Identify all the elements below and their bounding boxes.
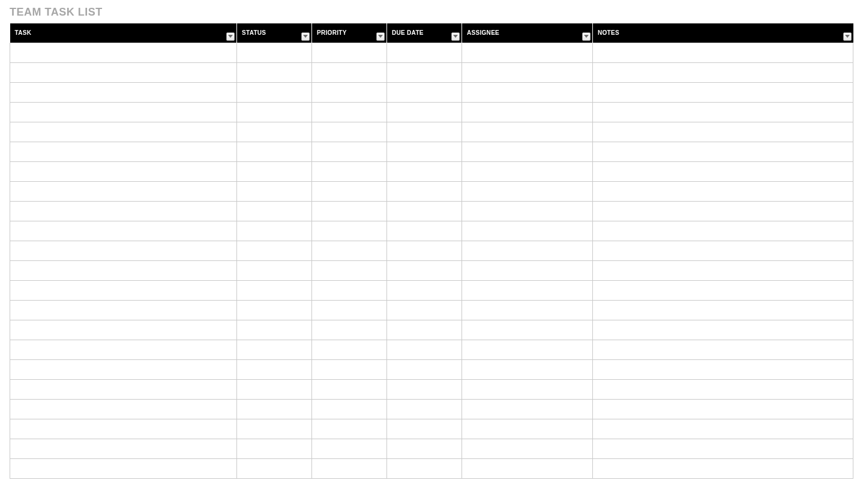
column-header-assignee[interactable]: ASSIGNEE <box>462 23 593 43</box>
cell-due_date[interactable] <box>387 221 462 241</box>
cell-status[interactable] <box>237 161 312 181</box>
cell-status[interactable] <box>237 201 312 221</box>
cell-due_date[interactable] <box>387 260 462 280</box>
cell-task[interactable] <box>10 43 237 62</box>
cell-status[interactable] <box>237 359 312 379</box>
cell-priority[interactable] <box>312 181 387 201</box>
cell-status[interactable] <box>237 82 312 102</box>
cell-status[interactable] <box>237 43 312 62</box>
cell-due_date[interactable] <box>387 340 462 359</box>
cell-notes[interactable] <box>593 419 853 439</box>
filter-dropdown-task[interactable] <box>226 32 235 41</box>
cell-status[interactable] <box>237 260 312 280</box>
cell-due_date[interactable] <box>387 161 462 181</box>
cell-due_date[interactable] <box>387 142 462 161</box>
filter-dropdown-status[interactable] <box>301 32 310 41</box>
cell-task[interactable] <box>10 201 237 221</box>
column-header-priority[interactable]: PRIORITY <box>312 23 387 43</box>
cell-task[interactable] <box>10 82 237 102</box>
cell-status[interactable] <box>237 142 312 161</box>
cell-status[interactable] <box>237 300 312 320</box>
column-header-status[interactable]: STATUS <box>237 23 312 43</box>
cell-status[interactable] <box>237 340 312 359</box>
cell-assignee[interactable] <box>462 280 593 300</box>
filter-dropdown-assignee[interactable] <box>582 32 591 41</box>
cell-status[interactable] <box>237 379 312 399</box>
cell-notes[interactable] <box>593 102 853 122</box>
cell-task[interactable] <box>10 161 237 181</box>
cell-priority[interactable] <box>312 241 387 260</box>
cell-notes[interactable] <box>593 122 853 142</box>
cell-assignee[interactable] <box>462 201 593 221</box>
cell-notes[interactable] <box>593 399 853 419</box>
cell-priority[interactable] <box>312 221 387 241</box>
cell-task[interactable] <box>10 260 237 280</box>
cell-due_date[interactable] <box>387 458 462 478</box>
cell-due_date[interactable] <box>387 439 462 458</box>
cell-task[interactable] <box>10 280 237 300</box>
cell-status[interactable] <box>237 419 312 439</box>
cell-priority[interactable] <box>312 399 387 419</box>
cell-status[interactable] <box>237 122 312 142</box>
cell-priority[interactable] <box>312 458 387 478</box>
cell-due_date[interactable] <box>387 43 462 62</box>
cell-due_date[interactable] <box>387 280 462 300</box>
cell-priority[interactable] <box>312 82 387 102</box>
cell-status[interactable] <box>237 280 312 300</box>
cell-task[interactable] <box>10 340 237 359</box>
cell-notes[interactable] <box>593 201 853 221</box>
cell-priority[interactable] <box>312 379 387 399</box>
cell-priority[interactable] <box>312 439 387 458</box>
cell-notes[interactable] <box>593 320 853 340</box>
cell-priority[interactable] <box>312 419 387 439</box>
cell-assignee[interactable] <box>462 300 593 320</box>
cell-assignee[interactable] <box>462 62 593 82</box>
cell-task[interactable] <box>10 241 237 260</box>
column-header-due-date[interactable]: DUE DATE <box>387 23 462 43</box>
cell-priority[interactable] <box>312 260 387 280</box>
cell-notes[interactable] <box>593 181 853 201</box>
cell-task[interactable] <box>10 458 237 478</box>
filter-dropdown-notes[interactable] <box>843 32 852 41</box>
cell-notes[interactable] <box>593 142 853 161</box>
cell-due_date[interactable] <box>387 102 462 122</box>
cell-status[interactable] <box>237 458 312 478</box>
cell-task[interactable] <box>10 102 237 122</box>
cell-priority[interactable] <box>312 320 387 340</box>
cell-task[interactable] <box>10 62 237 82</box>
cell-assignee[interactable] <box>462 379 593 399</box>
cell-assignee[interactable] <box>462 241 593 260</box>
cell-status[interactable] <box>237 439 312 458</box>
cell-due_date[interactable] <box>387 241 462 260</box>
cell-priority[interactable] <box>312 280 387 300</box>
cell-assignee[interactable] <box>462 82 593 102</box>
cell-assignee[interactable] <box>462 320 593 340</box>
cell-notes[interactable] <box>593 359 853 379</box>
cell-due_date[interactable] <box>387 201 462 221</box>
filter-dropdown-due-date[interactable] <box>451 32 460 41</box>
cell-assignee[interactable] <box>462 439 593 458</box>
cell-assignee[interactable] <box>462 458 593 478</box>
cell-priority[interactable] <box>312 300 387 320</box>
cell-assignee[interactable] <box>462 340 593 359</box>
cell-notes[interactable] <box>593 241 853 260</box>
cell-task[interactable] <box>10 439 237 458</box>
cell-status[interactable] <box>237 320 312 340</box>
cell-due_date[interactable] <box>387 399 462 419</box>
cell-status[interactable] <box>237 102 312 122</box>
cell-assignee[interactable] <box>462 142 593 161</box>
cell-assignee[interactable] <box>462 43 593 62</box>
cell-assignee[interactable] <box>462 102 593 122</box>
cell-task[interactable] <box>10 142 237 161</box>
cell-task[interactable] <box>10 399 237 419</box>
cell-priority[interactable] <box>312 102 387 122</box>
cell-task[interactable] <box>10 359 237 379</box>
cell-notes[interactable] <box>593 280 853 300</box>
cell-task[interactable] <box>10 379 237 399</box>
cell-due_date[interactable] <box>387 359 462 379</box>
cell-notes[interactable] <box>593 43 853 62</box>
cell-task[interactable] <box>10 181 237 201</box>
cell-due_date[interactable] <box>387 62 462 82</box>
cell-due_date[interactable] <box>387 379 462 399</box>
cell-priority[interactable] <box>312 62 387 82</box>
